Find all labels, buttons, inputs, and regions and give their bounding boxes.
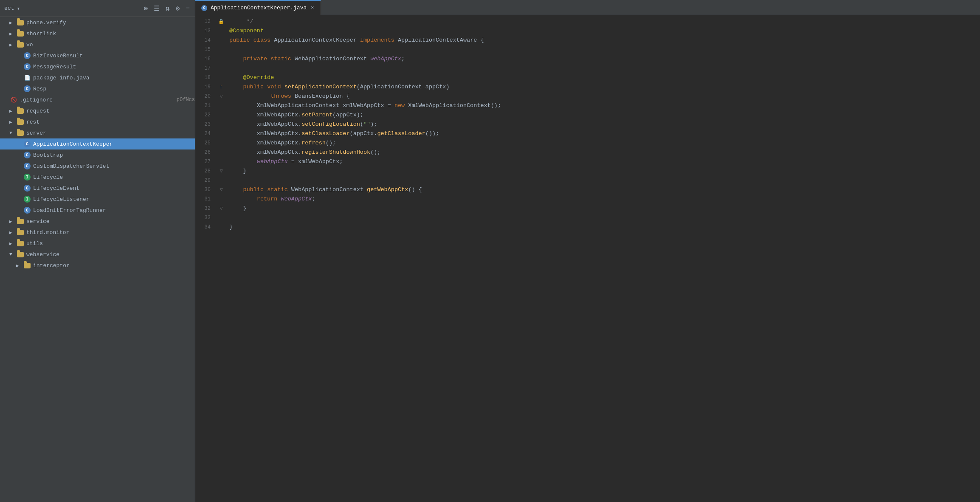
class-c-icon: C [23,206,31,214]
gutter-cell [215,176,228,185]
token-bright: } [229,166,247,176]
sidebar-item-lifecycle[interactable]: ▶ I Lifecycle [0,172,195,183]
arrow-icon: ▶ [9,230,16,235]
folder-icon [23,262,31,269]
sidebar-item-shortlink[interactable]: ▶ shortlink [0,28,195,39]
token-bright: WebApplicationContext [295,54,370,64]
sidebar-item-phone-verify[interactable]: ▶ phone.verify [0,17,195,28]
sidebar-item-label: LifecycleEvent [33,185,195,192]
code-line: } [229,204,980,213]
arrow-icon: ▶ [9,42,16,48]
sidebar-item-biz-invoke-result[interactable]: ▶ C BizInvokeResult [0,50,195,61]
folder-icon [16,118,25,126]
code-line: return webAppCtx; [229,195,980,204]
gutter-cell [215,101,228,110]
token-bright: ; [401,54,405,64]
sidebar-item-request[interactable]: ▶ request [0,105,195,116]
gutter-cell [215,110,228,120]
token-bright: ApplicationContext appCtx [360,82,446,92]
sidebar-item-lifecycle-event[interactable]: ▶ C LifecycleEvent [0,183,195,194]
editor-tab-active[interactable]: C ApplicationContextKeeper.java × [195,0,321,15]
gutter-cell [215,195,228,204]
class-c-icon: C [23,63,31,71]
tab-close-button[interactable]: × [310,5,315,11]
line-number: 28 [198,166,211,176]
code-line: XmlWebApplicationContext xmlWebAppCtx = … [229,101,980,110]
gutter-cell: ▽ [215,185,228,195]
settings-icon[interactable]: ⚙ [175,3,181,14]
token-var-italic: webAppCtx [281,195,312,204]
sidebar-extra-label: pOfNcs [177,97,195,103]
token-bright: { [346,92,349,101]
token-bright: (); [326,138,336,148]
sidebar-item-load-init-error-tag-runner[interactable]: ▶ C LoadInitErrorTagRunner [0,205,195,216]
token-bright: xmlWebAppCtx. [229,120,301,129]
line-number: 24 [198,129,211,138]
line-number: 27 [198,157,211,166]
sidebar-item-rest[interactable]: ▶ rest [0,116,195,127]
sidebar-item-label: service [26,218,195,225]
expand-icon[interactable]: ⇅ [165,3,171,14]
sidebar-item-message-result[interactable]: ▶ C MessageResult [0,61,195,72]
locate-icon[interactable]: ⊕ [143,3,149,14]
code-line: private static WebApplicationContext web… [229,54,980,64]
class-i-icon: I [23,195,31,203]
sidebar-item-label: vo [26,42,195,48]
token-method: setApplicationContext [284,82,357,92]
line-number: 18 [198,73,211,82]
token-bright: = xmlWebAppCtx; [288,157,343,166]
sidebar-item-custom-dispatcher-servlet[interactable]: ▶ C CustomDispatcherServlet [0,161,195,172]
gutter-cell [215,64,228,73]
sidebar-item-lifecycle-listener[interactable]: ▶ I LifecycleListener [0,194,195,205]
class-c-icon: C [23,151,31,159]
sidebar-item-vo[interactable]: ▶ vo [0,39,195,50]
code-line [229,176,980,185]
project-dropdown[interactable]: ect ▾ [4,5,20,12]
editor-content[interactable]: 1213141516171819202122232425262728293031… [195,15,980,502]
code-line: throws BeansException { [229,92,980,101]
code-editor[interactable]: */@Componentpublic class ApplicationCont… [228,15,980,502]
token-bright: ApplicationContextKeeper [274,36,360,45]
token-method: getWebAppCtx [367,185,408,195]
gutter-cell [215,129,228,138]
sidebar-item-application-context-keeper[interactable]: ▶ C ApplicationContextKeeper [0,138,195,149]
token-bright: ; [312,195,315,204]
sidebar-item-utils[interactable]: ▶ utils [0,238,195,249]
line-numbers: 1213141516171819202122232425262728293031… [195,15,215,502]
line-number: 19 [198,82,211,92]
token-bright: ); [370,120,377,129]
sidebar-item-webservice[interactable]: ▼ webservice [0,249,195,260]
line-number: 21 [198,101,211,110]
sidebar-item-package-info[interactable]: ▶ 📄 package-info.java [0,72,195,83]
code-line: xmlWebAppCtx.setClassLoader(appCtx.getCl… [229,129,980,138]
gutter-cell [215,54,228,64]
sidebar-item-label: Lifecycle [33,174,195,180]
arrow-icon: ▼ [9,252,16,257]
token-bright: XmlWebApplicationContext xmlWebAppCtx [229,101,388,110]
token-static-kw: static [267,185,291,195]
minimize-icon[interactable]: − [185,4,191,13]
folder-icon [16,217,25,225]
token-method: setClassLoader [301,129,349,138]
gutter-cell [215,213,228,223]
sidebar-item-server[interactable]: ▼ server [0,127,195,138]
sidebar-item-resp[interactable]: ▶ C Resp [0,83,195,94]
sidebar-item-bootstrap[interactable]: ▶ C Bootstrap [0,149,195,161]
sidebar-item-label: third.monitor [26,229,195,236]
gutter-cell [215,26,228,36]
gutter-cell [215,138,228,148]
gutter-cell: ↑ [215,82,228,92]
token-method: setParent [301,110,332,120]
token-return-kw: return [229,195,281,204]
sidebar-item-service[interactable]: ▶ service [0,216,195,227]
sidebar-item-gitignore[interactable]: ▶ 🚫 .gitignore pOfNcs [0,94,195,105]
line-number: 29 [198,176,211,185]
collapse-all-icon[interactable]: ☰ [153,3,161,14]
sidebar-item-interceptor[interactable]: ▶ interceptor [0,260,195,271]
file-tree: ▶ phone.verify ▶ shortlink ▶ vo ▶ C BizI… [0,17,195,502]
token-bright: ( [360,120,363,129]
token-bright: { [480,36,484,45]
sidebar-item-third-monitor[interactable]: ▶ third.monitor [0,227,195,238]
folder-icon [16,240,25,247]
token-kw: public [229,36,253,45]
